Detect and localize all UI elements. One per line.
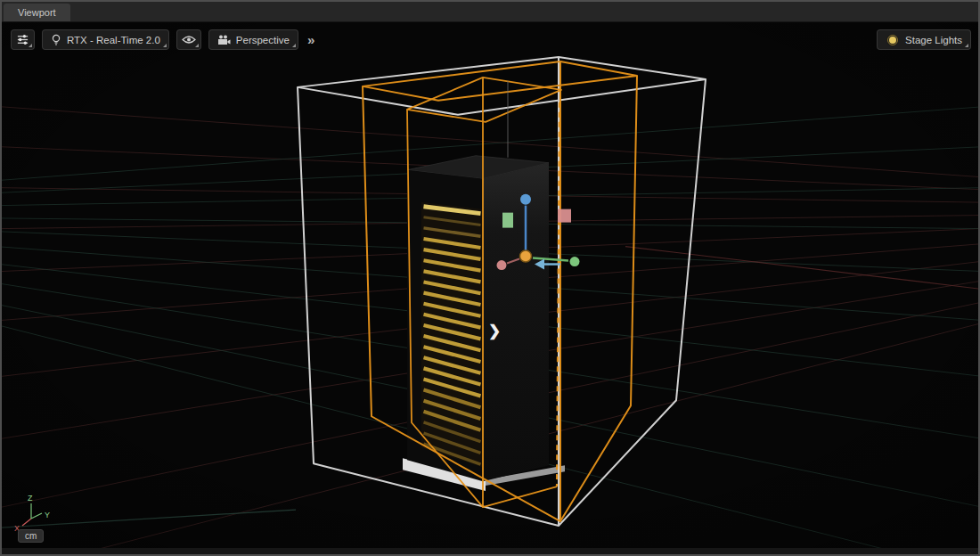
stage-lights-label: Stage Lights [905,35,962,45]
gizmo-yz-plane-handle[interactable] [502,213,513,228]
eye-icon [182,35,196,45]
tab-viewport-label: Viewport [18,7,56,18]
window-bottom-edge [2,548,978,554]
gizmo-y-handle[interactable] [570,257,580,266]
gizmo-center-handle[interactable] [520,250,532,262]
gizmo-z-handle[interactable] [520,194,531,205]
viewport-window: Viewport [0,0,980,556]
gizmo-xz-plane-handle[interactable] [558,209,571,223]
axis-z-label: Z [28,494,33,503]
toolbar-right-group: Stage Lights [877,29,971,50]
axis-y-label: Y [45,511,50,519]
tab-viewport[interactable]: Viewport [4,4,70,21]
unit-selector[interactable]: cm [18,529,44,543]
camera-button[interactable]: Perspective [208,29,298,50]
selection-expand-chevron[interactable]: ❯ [488,323,501,340]
gizmo-x-handle[interactable] [497,260,507,270]
double-chevron-icon: » [307,32,313,47]
stage-lights-button[interactable]: Stage Lights [877,29,971,50]
toolbar-left-group: RTX - Real-Time 2.0 Perspective [11,29,314,50]
viewport-settings-button[interactable] [11,29,35,50]
settings-sliders-icon [16,33,29,46]
tab-bar: Viewport [2,2,978,22]
toolbar-expand-button[interactable]: » [306,29,314,50]
render-mode-label: RTX - Real-Time 2.0 [67,35,160,45]
lightbulb-icon [51,34,61,46]
camera-mode-label: Perspective [236,35,290,45]
scene-svg: ❯ Z Y X [2,22,978,548]
stage-light-icon [886,33,900,47]
rack-side-face [483,163,549,481]
visibility-button[interactable] [176,29,201,50]
viewport-canvas[interactable]: ❯ Z Y X [2,22,978,548]
camera-icon [217,35,231,45]
render-mode-button[interactable]: RTX - Real-Time 2.0 [42,29,169,50]
